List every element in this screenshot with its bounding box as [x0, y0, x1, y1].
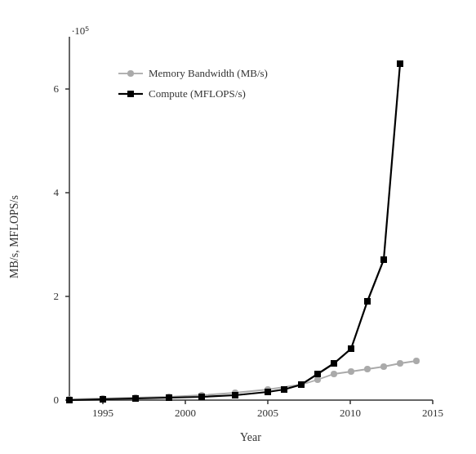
compute-marker	[198, 394, 205, 400]
x-tick-2010: 2010	[340, 407, 361, 419]
compute-marker	[298, 381, 305, 388]
compute-marker	[331, 360, 337, 367]
legend-mb-circle	[127, 70, 134, 77]
compute-marker	[66, 397, 73, 403]
compute-marker	[100, 396, 106, 403]
y-tick-6: 6	[54, 82, 60, 95]
legend-compute-square	[127, 91, 134, 97]
chart-container: ·10⁵ 0 2 4 6 1995 2000 2005 2010 2015 MB…	[0, 0, 476, 454]
mb-marker	[364, 366, 371, 372]
mb-marker	[413, 358, 420, 364]
compute-marker	[397, 60, 403, 67]
mb-marker	[331, 371, 337, 377]
legend-mb-label: Memory Bandwidth (MB/s)	[149, 67, 268, 79]
x-tick-2015: 2015	[422, 407, 443, 419]
y-tick-4: 4	[54, 186, 60, 198]
x-tick-1995: 1995	[92, 407, 113, 419]
mb-marker	[314, 376, 321, 383]
mb-marker	[348, 368, 354, 375]
x-axis-label: Year	[240, 431, 261, 443]
compute-marker	[232, 392, 238, 398]
mb-marker	[397, 360, 403, 367]
y-axis-label: MB/s, MFLOPS/s	[8, 195, 20, 278]
legend-compute-label: Compute (MFLOPS/s)	[149, 87, 246, 100]
compute-marker	[265, 389, 271, 395]
compute-marker	[166, 394, 172, 401]
compute-marker	[314, 371, 321, 377]
y-tick-0: 0	[54, 394, 60, 406]
y-scale-note: ·10⁵	[72, 24, 89, 37]
compute-marker	[380, 256, 387, 263]
x-tick-2005: 2005	[257, 407, 278, 419]
compute-marker	[348, 345, 354, 352]
compute-marker	[281, 386, 287, 393]
y-tick-2: 2	[54, 290, 60, 302]
compute-marker	[364, 298, 371, 305]
x-tick-2000: 2000	[175, 407, 196, 419]
mb-marker	[380, 363, 387, 370]
compute-marker	[132, 395, 139, 402]
